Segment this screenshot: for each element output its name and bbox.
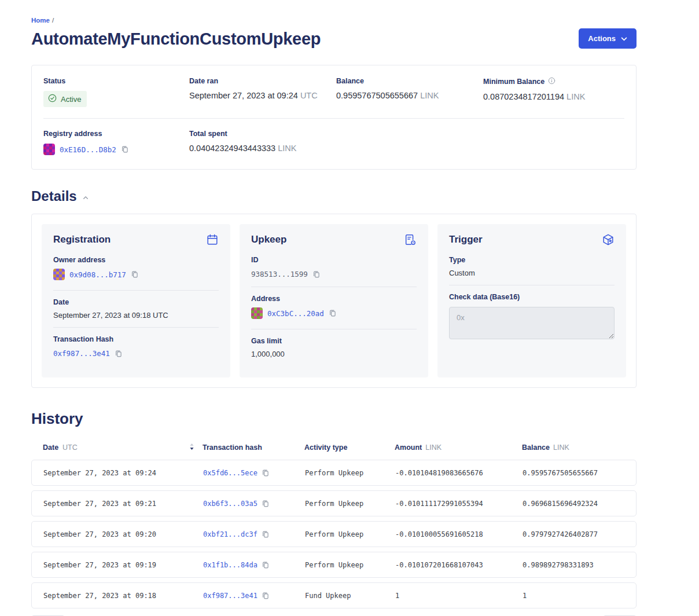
copy-icon[interactable] (312, 270, 321, 278)
chevron-up-icon[interactable] (83, 196, 89, 200)
copy-icon[interactable] (262, 469, 270, 477)
total-spent-value: 0.04042324943443333 (189, 144, 275, 153)
gas-limit-label: Gas limit (251, 337, 417, 345)
check-data-input[interactable] (449, 307, 615, 339)
row-balance: 0.9797927426402877 (523, 530, 636, 538)
status-label: Status (43, 77, 189, 85)
minimum-balance-value: 0.0870234817201194 (483, 92, 564, 101)
status-badge: Active (43, 91, 87, 107)
table-row: September 27, 2023 at 09:21 0xb6f3...03a… (31, 490, 637, 516)
row-tx-hash-link[interactable]: 0x5fd6...5ece (203, 469, 257, 477)
registry-address-identicon (43, 144, 55, 155)
check-data-label: Check data (Base16) (449, 293, 615, 301)
minimum-balance-unit: LINK (566, 92, 585, 101)
details-panel: Registration Owner address 0x9d08...b717 (31, 214, 637, 388)
gas-limit-field: Gas limit 1,000,000 (251, 329, 417, 366)
document-gear-icon (404, 233, 417, 246)
upkeep-address-identicon (251, 307, 263, 319)
breadcrumb-separator: / (52, 17, 54, 24)
table-row: September 27, 2023 at 09:19 0x1f1b...84d… (31, 552, 637, 578)
cube-icon (602, 233, 615, 246)
date-ran-unit: UTC (300, 91, 318, 100)
registration-date-value: September 27, 2023 at 09:18 UTC (53, 311, 219, 320)
row-date: September 27, 2023 at 09:21 (43, 500, 203, 508)
owner-address-identicon (53, 269, 65, 280)
trigger-card: Trigger Type Custom Check data (Base16) (437, 224, 626, 377)
copy-icon[interactable] (262, 530, 270, 538)
row-amount: -0.010100055691605218 (395, 530, 523, 538)
row-activity-type: Perform Upkeep (305, 500, 395, 508)
row-activity-type: Perform Upkeep (305, 469, 395, 477)
row-tx-hash-link[interactable]: 0xbf21...dc3f (203, 530, 257, 538)
details-section-header: Details (31, 188, 637, 204)
column-header-transaction-hash: Transaction hash (203, 443, 304, 452)
actions-button[interactable]: Actions (579, 28, 637, 49)
calendar-icon (206, 233, 219, 246)
balance-value: 0.9595767505655667 (336, 91, 418, 100)
upkeep-address-link[interactable]: 0xC3bC...20ad (267, 309, 324, 318)
copy-icon[interactable] (115, 350, 123, 358)
copy-icon[interactable] (121, 145, 129, 153)
chevron-down-icon (621, 34, 627, 43)
row-balance: 0.9595767505655667 (523, 469, 636, 477)
registration-date-label: Date (53, 298, 219, 306)
upkeep-id-label: ID (251, 256, 417, 264)
total-spent-unit: LINK (278, 144, 296, 153)
transaction-hash-link[interactable]: 0xf987...3e41 (53, 349, 110, 358)
copy-icon[interactable] (329, 309, 337, 317)
table-row: September 27, 2023 at 09:18 0xf987...3e4… (31, 582, 637, 608)
row-tx-hash-link[interactable]: 0x1f1b...84da (203, 561, 257, 569)
row-date: September 27, 2023 at 09:19 (43, 561, 203, 569)
gas-limit-value: 1,000,000 (251, 350, 417, 358)
page-title: AutomateMyFunctionCustomUpkeep (31, 29, 321, 49)
table-row: September 27, 2023 at 09:20 0xbf21...dc3… (31, 521, 637, 547)
history-table-header: Date UTC Transaction hash Activity type … (31, 428, 637, 460)
upkeep-address-field: Address 0xC3bC...20ad (251, 287, 417, 329)
sort-arrows-icon (189, 443, 194, 452)
upkeep-id-field: ID 938513...1599 (251, 248, 417, 287)
balance-field: Balance 0.9595767505655667 LINK (336, 77, 483, 107)
copy-icon[interactable] (262, 500, 270, 508)
registration-date-field: Date September 27, 2023 at 09:18 UTC (53, 290, 219, 327)
owner-address-link[interactable]: 0x9d08...b717 (69, 270, 126, 279)
column-header-amount: AmountLINK (395, 443, 522, 452)
minimum-balance-field: Minimum Balance 0.0870234817201194 LINK (483, 77, 624, 107)
copy-icon[interactable] (262, 561, 270, 569)
row-tx-hash-link[interactable]: 0xb6f3...03a5 (203, 500, 257, 508)
transaction-hash-field: Transaction Hash 0xf987...3e41 (53, 327, 219, 366)
summary-divider (43, 118, 624, 119)
total-spent-field: Total spent 0.04042324943443333 LINK (189, 130, 336, 157)
table-row: September 27, 2023 at 09:24 0x5fd6...5ec… (31, 460, 637, 486)
row-activity-type: Perform Upkeep (305, 561, 395, 569)
upkeep-id-value: 938513...1599 (251, 270, 308, 278)
breadcrumb-home-link[interactable]: Home (31, 17, 50, 24)
trigger-title: Trigger (449, 234, 483, 245)
balance-unit: LINK (420, 91, 439, 100)
history-table-body: September 27, 2023 at 09:24 0x5fd6...5ec… (31, 460, 637, 608)
info-icon[interactable] (548, 77, 555, 86)
registry-address-link[interactable]: 0xE16D...D8b2 (60, 145, 116, 154)
row-balance: 0.9696815696492324 (523, 500, 636, 508)
registry-address-label: Registry address (43, 130, 189, 138)
upkeep-address-label: Address (251, 295, 417, 303)
row-amount: 1 (395, 592, 523, 600)
upkeep-detail-page: Home/ AutomateMyFunctionCustomUpkeep Act… (31, 0, 668, 616)
trigger-type-value: Custom (449, 269, 615, 277)
registry-address-field: Registry address 0xE16D...D8b2 (43, 130, 189, 157)
copy-icon[interactable] (262, 592, 270, 600)
date-column-label: Date (43, 443, 58, 452)
row-date: September 27, 2023 at 09:20 (43, 530, 203, 538)
history-heading: History (31, 410, 637, 428)
row-tx-hash-link[interactable]: 0xf987...3e41 (203, 592, 257, 600)
details-heading: Details (31, 188, 77, 204)
date-ran-field: Date ran September 27, 2023 at 09:24 UTC (189, 77, 336, 107)
summary-card: Status Active Date ran September 27, 202… (31, 65, 637, 170)
row-activity-type: Fund Upkeep (305, 592, 395, 600)
trigger-type-field: Type Custom (449, 248, 615, 285)
row-date: September 27, 2023 at 09:24 (43, 469, 203, 477)
row-amount: -0.010111172991055394 (395, 500, 523, 508)
owner-address-field: Owner address 0x9d08...b717 (53, 248, 219, 290)
column-header-date[interactable]: Date UTC (43, 443, 203, 452)
registration-card: Registration Owner address 0x9d08...b717 (42, 224, 230, 377)
copy-icon[interactable] (131, 270, 139, 278)
